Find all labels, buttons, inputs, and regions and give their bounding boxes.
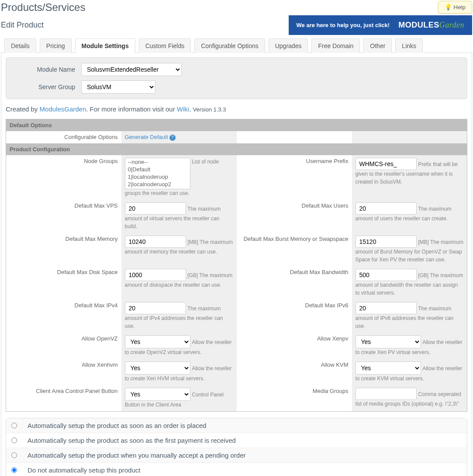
max-disk-label: Default Max Disk Space xyxy=(6,266,121,299)
help-label: Help xyxy=(454,4,466,10)
banner-text: We are here to help you, just click! xyxy=(297,22,390,28)
help-button[interactable]: 💡Help xyxy=(438,1,472,14)
setup-label: Automatically setup the product as soon … xyxy=(28,437,236,444)
max-disk-input[interactable] xyxy=(125,269,186,281)
setup-radio[interactable] xyxy=(11,438,17,443)
tab-module-settings[interactable]: Module Settings xyxy=(75,38,135,53)
node-option[interactable]: --none-- xyxy=(125,158,190,166)
setup-option: Automatically setup the product as soon … xyxy=(6,418,467,433)
max-bw-input[interactable] xyxy=(356,269,417,281)
setup-panel: Automatically setup the product as soon … xyxy=(6,418,467,476)
setup-label: Automatically setup the product as soon … xyxy=(28,422,206,429)
setup-label: Automatically setup the product when you… xyxy=(28,452,245,459)
username-prefix-label: Username Prefix xyxy=(237,155,352,200)
tabs: DetailsPricingModule SettingsCustom Fiel… xyxy=(1,38,472,53)
tab-pricing[interactable]: Pricing xyxy=(40,38,72,53)
tab-upgrades[interactable]: Upgrades xyxy=(269,38,308,53)
tab-custom-fields[interactable]: Custom Fields xyxy=(139,38,191,53)
max-ipv6-label: Default Max IPv6 xyxy=(237,299,352,333)
allow-xenpv-label: Allow Xenpv xyxy=(237,333,352,359)
max-burst-input[interactable] xyxy=(356,236,417,248)
allow-openvz-label: Allow OpenVZ xyxy=(6,333,121,359)
mg-logo: MODULESGarden xyxy=(398,21,464,30)
help-icon[interactable]: ? xyxy=(169,135,176,141)
info-line: Created by ModulesGarden. For more infor… xyxy=(6,99,467,119)
allow-xenpv-select[interactable]: Yes xyxy=(356,335,421,348)
username-prefix-input[interactable] xyxy=(356,158,417,170)
allow-kvm-select[interactable]: Yes xyxy=(356,361,421,375)
tab-configurable-options[interactable]: Configurable Options xyxy=(194,38,265,53)
max-memory-input[interactable] xyxy=(125,236,186,248)
max-vps-input[interactable] xyxy=(125,202,186,215)
wiki-link[interactable]: Wiki xyxy=(177,105,189,113)
help-banner[interactable]: We are here to help you, just click! MOD… xyxy=(289,15,472,35)
tab-links[interactable]: Links xyxy=(395,38,423,53)
allow-xenhvm-select[interactable]: Yes xyxy=(125,361,190,375)
setup-option: Automatically setup the product as soon … xyxy=(6,433,467,448)
page-title: Products/Services xyxy=(1,1,85,14)
page-subtitle: Edit Product xyxy=(1,21,44,30)
max-users-input[interactable] xyxy=(356,202,417,215)
node-option[interactable]: 2|localnoderuop2 xyxy=(125,181,190,188)
setup-label: Do not automatically setup this product xyxy=(28,466,140,474)
media-groups-label: Media Groups xyxy=(237,385,352,412)
server-group-label: Server Group xyxy=(11,83,81,90)
mg-link[interactable]: ModulesGarden xyxy=(40,105,86,113)
setup-radio[interactable] xyxy=(11,452,17,458)
max-ipv4-input[interactable] xyxy=(125,302,186,314)
allow-openvz-select[interactable]: Yes xyxy=(125,335,190,348)
section-product-config: Product Configuration xyxy=(6,143,467,155)
media-groups-input[interactable] xyxy=(356,388,417,400)
max-ipv6-input[interactable] xyxy=(356,302,417,314)
config-opts-label: Configurable Options xyxy=(6,131,121,143)
max-users-label: Default Max Users xyxy=(237,200,352,233)
generate-default-link[interactable]: Generate Default xyxy=(125,134,168,140)
setup-radio[interactable] xyxy=(11,467,17,473)
main-panel: Module Name SolusvmExtendedReseller Serv… xyxy=(1,53,472,476)
server-group-select[interactable]: SolusVM xyxy=(81,80,155,94)
module-box: Module Name SolusvmExtendedReseller Serv… xyxy=(6,57,467,99)
node-option[interactable]: 1|localnoderuop xyxy=(125,173,190,181)
cp-button-select[interactable]: Yes xyxy=(125,388,190,401)
node-option[interactable]: 0|Default xyxy=(125,166,190,173)
module-name-select[interactable]: SolusvmExtendedReseller xyxy=(81,63,182,76)
node-groups-list[interactable]: --none--0|Default1|localnoderuop2|localn… xyxy=(125,158,190,189)
module-name-label: Module Name xyxy=(11,66,81,73)
max-burst-label: Default Max Burst Memory or Swapspace xyxy=(237,233,352,266)
bulb-icon: 💡 xyxy=(445,4,452,10)
max-bw-label: Default Max Bandwidth xyxy=(237,266,352,299)
allow-kvm-label: Allow KVM xyxy=(237,359,352,385)
setup-option: Do not automatically setup this product xyxy=(6,462,467,476)
max-ipv4-label: Default Max IPv4 xyxy=(6,299,121,333)
cp-button-label: Client Area Control Panel Button xyxy=(6,385,121,412)
section-default-options: Default Options xyxy=(6,119,467,132)
max-vps-label: Default Max VPS xyxy=(6,200,121,233)
config-table: Default Options Configurable Options Gen… xyxy=(6,119,467,412)
node-groups-label: Node Groups xyxy=(6,155,121,200)
setup-option: Automatically setup the product when you… xyxy=(6,448,467,462)
max-memory-label: Default Max Memory xyxy=(6,233,121,266)
tab-other[interactable]: Other xyxy=(363,38,392,53)
tab-free-domain[interactable]: Free Domain xyxy=(311,38,360,53)
setup-radio[interactable] xyxy=(11,423,17,428)
allow-xenhvm-label: Allow Xenhvm xyxy=(6,359,121,385)
tab-details[interactable]: Details xyxy=(4,38,36,53)
